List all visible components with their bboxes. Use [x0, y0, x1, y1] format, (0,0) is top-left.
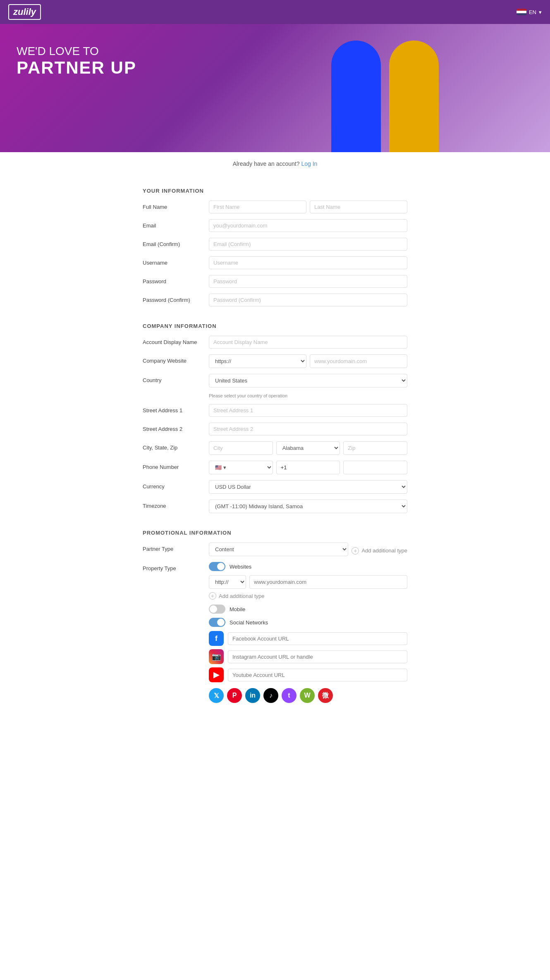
- city-state-zip-label: City, State, Zip: [143, 441, 209, 451]
- country-fields: United States: [209, 374, 407, 387]
- property-type-label: Property Type: [143, 562, 209, 571]
- phone-main-input[interactable]: [343, 461, 407, 474]
- account-display-name-row: Account Display Name: [143, 336, 407, 349]
- language-selector[interactable]: EN ▾: [517, 9, 542, 15]
- phone-flag-select[interactable]: 🇺🇸 ▾: [209, 461, 273, 474]
- city-input[interactable]: [209, 441, 273, 455]
- country-note: Please select your country of operation: [209, 393, 407, 398]
- logo: zulily: [8, 4, 41, 20]
- website-protocol-select[interactable]: http:// https://: [209, 575, 246, 589]
- add-additional-type2-link[interactable]: + Add additional type: [209, 592, 407, 600]
- currency-fields: USD US Dollar: [209, 480, 407, 494]
- password-fields: [209, 275, 407, 288]
- country-select[interactable]: United States: [209, 374, 407, 387]
- facebook-icon: f: [209, 631, 224, 646]
- mobile-toggle[interactable]: [209, 605, 225, 614]
- password-confirm-row: Password (Confirm): [143, 294, 407, 306]
- hero-figures: [220, 24, 550, 152]
- mobile-toggle-row: Mobile: [209, 605, 407, 614]
- state-select[interactable]: Alabama Alaska Arizona: [276, 441, 340, 455]
- phone-label: Phone Number: [143, 461, 209, 470]
- website-input[interactable]: [310, 354, 407, 368]
- username-label: Username: [143, 256, 209, 266]
- twitch-icon[interactable]: t: [282, 688, 297, 703]
- email-input[interactable]: [209, 219, 407, 232]
- weibo-icon[interactable]: 微: [318, 688, 333, 703]
- street1-input[interactable]: [209, 404, 407, 417]
- property-type-row: Property Type Websites http:// https:// …: [143, 562, 407, 703]
- password-confirm-fields: [209, 294, 407, 306]
- mobile-toggle-label: Mobile: [230, 606, 245, 612]
- street1-row: Street Address 1: [143, 404, 407, 417]
- username-fields: [209, 256, 407, 269]
- website-url-input[interactable]: [249, 575, 407, 589]
- password-confirm-input[interactable]: [209, 294, 407, 306]
- instagram-url-input[interactable]: [228, 650, 407, 663]
- promo-info-section-title: PROMOTIONAL INFORMATION: [143, 530, 407, 536]
- facebook-url-input[interactable]: [228, 632, 407, 645]
- header: zulily EN ▾: [0, 0, 550, 24]
- timezone-label: Timezone: [143, 500, 209, 509]
- tiktok-icon[interactable]: ♪: [263, 688, 278, 703]
- partner-type-select[interactable]: Content: [209, 543, 348, 556]
- country-row: Country United States: [143, 374, 407, 387]
- phone-code-input[interactable]: [276, 461, 340, 474]
- city-state-zip-fields: Alabama Alaska Arizona: [209, 441, 407, 455]
- street2-input[interactable]: [209, 423, 407, 435]
- lang-label: EN: [529, 9, 536, 15]
- currency-select[interactable]: USD US Dollar: [209, 480, 407, 494]
- hero-banner: WE'D LOVE TO PARTNER UP: [0, 24, 550, 152]
- email-confirm-label: Email (Confirm): [143, 238, 209, 247]
- password-label: Password: [143, 275, 209, 284]
- twitter-icon[interactable]: 𝕏: [209, 688, 224, 703]
- password-input[interactable]: [209, 275, 407, 288]
- email-row: Email: [143, 219, 407, 232]
- street2-fields: [209, 423, 407, 435]
- partner-type-fields: Content + Add additional type: [209, 543, 407, 556]
- add-additional-type-label: Add additional type: [361, 547, 407, 554]
- add-additional-type-link[interactable]: + Add additional type: [352, 545, 407, 556]
- protocol-select[interactable]: https:// http://: [209, 354, 306, 368]
- street1-fields: [209, 404, 407, 417]
- phone-row: Phone Number 🇺🇸 ▾: [143, 461, 407, 474]
- websites-toggle[interactable]: [209, 562, 225, 571]
- street2-row: Street Address 2: [143, 423, 407, 435]
- add-type-icon: +: [352, 547, 359, 555]
- street2-label: Street Address 2: [143, 423, 209, 432]
- full-name-row: Full Name: [143, 201, 407, 213]
- instagram-url-row: 📷: [209, 649, 407, 664]
- last-name-input[interactable]: [310, 201, 407, 213]
- linkedin-icon[interactable]: in: [245, 688, 260, 703]
- wechat-icon[interactable]: W: [300, 688, 315, 703]
- youtube-url-input[interactable]: [228, 669, 407, 681]
- password-confirm-label: Password (Confirm): [143, 294, 209, 303]
- company-website-fields: https:// http://: [209, 354, 407, 368]
- full-name-fields: [209, 201, 407, 213]
- social-networks-toggle[interactable]: [209, 618, 225, 627]
- hero-text: WE'D LOVE TO PARTNER UP: [17, 45, 136, 78]
- first-name-input[interactable]: [209, 201, 306, 213]
- zip-input[interactable]: [343, 441, 407, 455]
- website-url-group: http:// https://: [209, 575, 407, 589]
- youtube-icon: ▶: [209, 667, 224, 682]
- account-display-name-label: Account Display Name: [143, 336, 209, 345]
- figure-yellow: [389, 41, 439, 152]
- timezone-row: Timezone (GMT -11:00) Midway Island, Sam…: [143, 500, 407, 513]
- username-input[interactable]: [209, 256, 407, 269]
- email-label: Email: [143, 219, 209, 229]
- account-display-name-input[interactable]: [209, 336, 407, 349]
- youtube-url-row: ▶: [209, 667, 407, 682]
- street1-label: Street Address 1: [143, 404, 209, 414]
- username-row: Username: [143, 256, 407, 269]
- pinterest-icon[interactable]: P: [227, 688, 242, 703]
- your-info-section-title: YOUR INFORMATION: [143, 188, 407, 194]
- form-container: YOUR INFORMATION Full Name Email Email (…: [134, 188, 416, 725]
- email-confirm-input[interactable]: [209, 238, 407, 251]
- timezone-select[interactable]: (GMT -11:00) Midway Island, Samoa: [209, 500, 407, 513]
- login-link[interactable]: Log In: [301, 160, 317, 167]
- property-type-fields: Websites http:// https:// + Add addition…: [209, 562, 407, 703]
- hero-line1: WE'D LOVE TO: [17, 45, 136, 58]
- company-website-row: Company Website https:// http://: [143, 354, 407, 368]
- timezone-fields: (GMT -11:00) Midway Island, Samoa: [209, 500, 407, 513]
- social-networks-toggle-row: Social Networks: [209, 618, 407, 627]
